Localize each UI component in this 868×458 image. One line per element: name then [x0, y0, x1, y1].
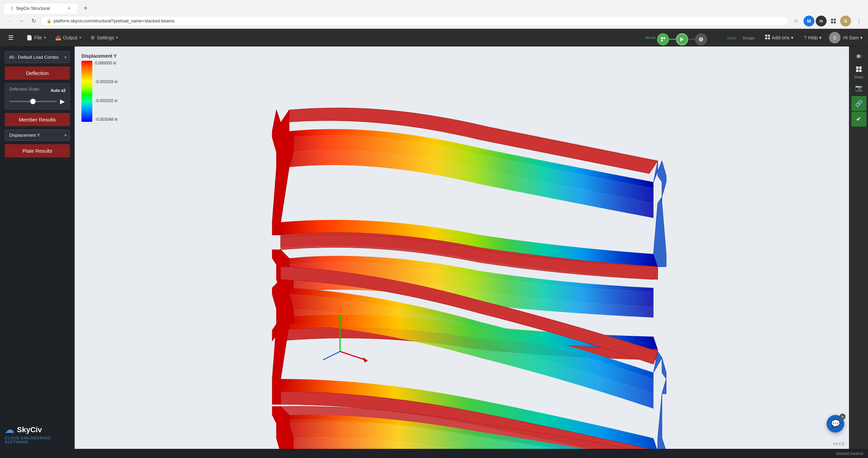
svg-rect-11 — [765, 35, 767, 37]
project-name: stacked-beams — [836, 451, 863, 456]
member-results-button[interactable]: Member Results — [5, 113, 70, 126]
check-circle-icon: ✔ — [856, 115, 861, 123]
svg-rect-21 — [859, 66, 862, 69]
meet-extension[interactable]: M — [804, 16, 814, 26]
file-icon: 📄 — [26, 35, 32, 40]
svg-marker-18 — [363, 357, 368, 362]
nav-right: Add-ons ▾ ? Help ▾ S Hi Sam ▾ — [761, 32, 863, 43]
displacement-select-wrapper: Displacement Y — [5, 130, 70, 141]
scale-row: ▶ — [9, 97, 65, 106]
views-label: Views — [854, 75, 863, 79]
chat-close-button[interactable]: ✕ — [839, 414, 846, 420]
solve-step-label: Solve — [725, 36, 738, 40]
svg-rect-20 — [856, 66, 858, 69]
logo-name: SkyCiv — [17, 425, 42, 434]
green-action-button-2[interactable]: ✔ — [851, 112, 866, 127]
bottom-bar: stacked-beams — [0, 449, 868, 458]
solve-label — [709, 36, 721, 40]
svg-rect-23 — [859, 70, 862, 72]
views-icon — [855, 66, 862, 74]
deflection-scale-slider[interactable] — [9, 101, 57, 102]
svg-rect-0 — [831, 19, 833, 21]
workflow-connector-2 — [688, 39, 695, 40]
other-extension[interactable] — [828, 16, 839, 26]
svg-rect-13 — [765, 37, 767, 39]
lock-icon: 🔒 — [46, 19, 52, 23]
nav-menu: 📄 File ▾ 📤 Output ▾ ⚙ Settings ▾ — [22, 32, 122, 43]
help-button[interactable]: ? Help ▾ — [801, 33, 825, 42]
help-dropdown-arrow: ▾ — [819, 35, 822, 40]
bottom-info: v4.4.0 — [833, 441, 844, 446]
play-animation-button[interactable]: ▶ — [59, 97, 65, 106]
help-icon: ? — [804, 35, 807, 40]
browser-navigation: ← → ↻ 🔒 platform.skyciv.com/structural?p… — [0, 14, 868, 28]
link-icon: 🔗 — [855, 100, 863, 107]
output-dropdown-arrow: ▾ — [79, 36, 81, 39]
top-nav: ☰ 📄 File ▾ 📤 Output ▾ ⚙ Settings ▾ Model — [0, 29, 868, 46]
viewport: Displacement Y 0.000000 in -0.001016 in … — [75, 46, 868, 449]
file-dropdown-arrow: ▾ — [44, 36, 46, 39]
chat-bubble[interactable]: 💬 ✕ — [827, 415, 844, 433]
output-icon: 📤 — [55, 35, 61, 40]
addons-dropdown-arrow: ▾ — [791, 35, 793, 40]
design-step-label: Design — [742, 36, 755, 40]
plate-results-button[interactable]: Plate Results — [5, 144, 70, 157]
eye-icon: 👁 — [856, 53, 862, 60]
model-workflow-btn[interactable] — [657, 33, 669, 45]
screenshot-button[interactable]: 📷 — [851, 80, 866, 95]
main-content: #0 - Default Load Combo Deflection Defle… — [0, 46, 868, 449]
mono-extension[interactable]: m — [816, 16, 827, 26]
design-workflow-btn[interactable] — [695, 33, 707, 45]
logo-sub: CLOUD ENGINEERING SOFTWARE — [5, 436, 70, 444]
user-dropdown-arrow: ▾ — [860, 35, 863, 40]
nav-settings[interactable]: ⚙ Settings ▾ — [86, 32, 123, 43]
scale-header: Deflection Scale: Auto x2 — [9, 87, 65, 94]
browser-tab[interactable]: S SkyCiv Structural ✕ — [3, 3, 78, 14]
sidebar: #0 - Default Load Combo Deflection Defle… — [0, 46, 75, 449]
browser-tab-bar: S SkyCiv Structural ✕ + — [0, 0, 868, 14]
load-combo-select[interactable]: #0 - Default Load Combo — [5, 51, 70, 63]
right-panel: 👁 Views 📷 🔗 ✔ — [849, 46, 868, 449]
eye-view-button[interactable]: 👁 — [851, 49, 866, 64]
settings-icon: ⚙ — [91, 35, 95, 40]
addons-button[interactable]: Add-ons ▾ — [761, 32, 796, 43]
svg-line-17 — [340, 351, 365, 360]
workflow-steps: Model Solve Design — [645, 30, 755, 45]
new-tab-button[interactable]: + — [81, 3, 90, 13]
green-action-button-1[interactable]: 🔗 — [851, 96, 866, 111]
beams-visualization — [75, 46, 868, 449]
displacement-select[interactable]: Displacement Y — [5, 130, 70, 141]
viewport-3d — [75, 46, 868, 449]
svg-marker-7 — [680, 37, 684, 41]
scale-value: Auto x2 — [51, 88, 65, 93]
browser-actions: ☆ M m S ⋮ — [791, 16, 864, 26]
workflow-labels-row: Solve Design — [709, 36, 755, 40]
workflow-model-step: Model — [645, 36, 656, 40]
reload-button[interactable]: ↻ — [29, 16, 39, 26]
browser-chrome: S SkyCiv Structural ✕ + ← → ↻ 🔒 platform… — [0, 0, 868, 29]
svg-rect-14 — [768, 37, 770, 39]
views-button[interactable]: Views — [851, 65, 866, 80]
svg-line-19 — [323, 351, 340, 360]
nav-output[interactable]: 📤 Output ▾ — [51, 32, 86, 43]
hamburger-button[interactable]: ☰ — [5, 31, 16, 44]
back-button[interactable]: ← — [4, 16, 14, 26]
user-name-button[interactable]: Hi Sam ▾ — [843, 35, 863, 40]
bookmark-button[interactable]: ☆ — [791, 16, 801, 26]
menu-button[interactable]: ⋮ — [854, 16, 864, 26]
camera-icon: 📷 — [855, 84, 863, 92]
profile-extension[interactable]: S — [840, 16, 851, 26]
svg-rect-22 — [856, 70, 858, 72]
chat-icon: 💬 — [831, 419, 840, 428]
logo-text: ☁ SkyCiv — [5, 424, 42, 435]
deflection-button[interactable]: Deflection — [5, 66, 70, 80]
solve-workflow-btn[interactable] — [676, 33, 688, 45]
nav-file[interactable]: 📄 File ▾ — [22, 32, 51, 43]
address-bar[interactable]: 🔒 platform.skyciv.com/structural?preload… — [41, 16, 789, 26]
svg-rect-1 — [834, 19, 836, 21]
forward-button[interactable]: → — [16, 16, 26, 26]
deflection-scale-panel: Deflection Scale: Auto x2 ▶ — [5, 83, 70, 110]
user-section: S Hi Sam ▾ — [829, 32, 863, 43]
app-container: ☰ 📄 File ▾ 📤 Output ▾ ⚙ Settings ▾ Model — [0, 29, 868, 458]
svg-rect-4 — [661, 37, 663, 39]
